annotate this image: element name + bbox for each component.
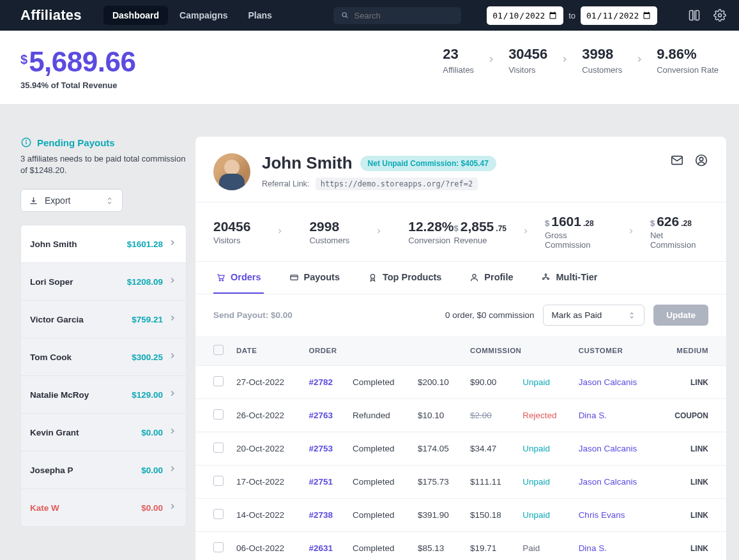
row-checkbox[interactable] (213, 476, 224, 486)
referral-label: Referral Link: (262, 179, 309, 188)
tab-profile[interactable]: Profile (467, 262, 515, 294)
search-field[interactable] (333, 7, 461, 24)
svg-point-15 (473, 274, 476, 277)
update-button[interactable]: Update (653, 305, 708, 326)
tab-top-products[interactable]: Top Products (365, 262, 444, 294)
select-all-checkbox[interactable] (213, 345, 224, 355)
chevron-right-icon (168, 464, 177, 476)
col-order: ORDER (302, 336, 464, 366)
chevron-right-icon (168, 314, 177, 325)
search-icon (341, 11, 349, 20)
chevron-right-icon (168, 427, 177, 438)
stat-label: Customers (582, 65, 622, 75)
referral-link-row: Referral Link: https://demo.storeapps.or… (262, 179, 659, 188)
cell-order-status: Refunded (346, 399, 411, 432)
nav-campaigns[interactable]: Campaigns (171, 6, 236, 25)
affiliate-row[interactable]: Tom Cook$300.25 (21, 338, 186, 375)
cell-commission-amount: $19.71 (464, 532, 516, 561)
user-icon[interactable] (694, 153, 708, 167)
affiliate-row[interactable]: Kevin Grant$0.00 (21, 413, 186, 451)
panel-actions (670, 153, 708, 167)
total-amount: 5,689.66 (29, 46, 135, 78)
chevron-right-icon (627, 226, 635, 238)
row-checkbox[interactable] (213, 409, 224, 420)
profile-name: John Smith (262, 153, 353, 173)
svg-point-0 (342, 13, 346, 17)
affiliate-name: Victor Garcia (30, 315, 84, 324)
customer-link[interactable]: Jason Calcanis (579, 377, 637, 387)
cell-order-amount: $391.90 (411, 499, 464, 532)
order-id-link[interactable]: #2753 (309, 444, 333, 453)
customer-link[interactable]: Dina S. (579, 543, 607, 553)
order-id-link[interactable]: #2763 (309, 411, 333, 420)
row-checkbox[interactable] (213, 443, 224, 453)
affiliate-row[interactable]: John Smith$1601.28 (21, 225, 186, 262)
affiliate-row[interactable]: Natalie McRoy$129.00 (21, 375, 186, 413)
commission-badge: Net Unpaid Commission: $405.47 (360, 156, 496, 171)
settings-icon[interactable] (713, 9, 726, 22)
customer-link[interactable]: Jason Calcanis (579, 477, 637, 487)
cart-icon (216, 273, 225, 282)
cell-order-status: Completed (346, 366, 411, 399)
order-id-link[interactable]: #2631 (309, 543, 333, 553)
stat-value: 23 (443, 46, 474, 63)
money-stat: $626.28Net Commission (650, 214, 708, 250)
cell-date: 20-Oct-2022 (230, 432, 302, 465)
referral-url[interactable]: https://demo.storeapps.org/?ref=2 (316, 178, 478, 190)
cell-commission-amount: $90.00 (464, 366, 516, 399)
svg-point-8 (696, 155, 707, 166)
nav-plans[interactable]: Plans (240, 6, 281, 25)
affiliate-name: Kevin Grant (30, 428, 79, 437)
tab-orders[interactable]: Orders (213, 262, 264, 294)
date-to[interactable] (581, 6, 657, 25)
row-checkbox[interactable] (213, 542, 224, 552)
cell-commission-amount: $111.11 (464, 465, 516, 499)
tab-bar: Orders Payouts Top Products Profile Mult… (195, 261, 726, 294)
mini-stat: 20456Visitors (213, 219, 250, 245)
order-row: 20-Oct-2022#2753Completed$174.05$34.47Un… (195, 432, 726, 465)
chevron-right-icon (375, 226, 383, 238)
search-input[interactable] (354, 11, 454, 20)
tab-payouts[interactable]: Payouts (287, 262, 342, 294)
orders-table: DATE ORDER COMMISSION CUSTOMER MEDIUM 27… (195, 336, 726, 560)
cell-order-status: Completed (346, 465, 411, 499)
stat-value: 3998 (582, 46, 622, 63)
avatar (213, 153, 250, 190)
svg-point-6 (26, 140, 27, 141)
order-id-link[interactable]: #2738 (309, 510, 333, 520)
mark-as-select[interactable]: Mark as Paid (543, 305, 644, 326)
mini-stats: 20456Visitors2998Customers12.28%Conversi… (195, 202, 726, 261)
customer-link[interactable]: Dina S. (579, 411, 607, 420)
money-stat: $2,855.75Revenue (454, 219, 507, 245)
affiliate-name: Kate W (30, 503, 59, 513)
customer-link[interactable]: Chris Evans (579, 510, 625, 520)
cell-order-status: Completed (346, 532, 411, 561)
pending-title: Pending Payouts (37, 137, 115, 148)
row-checkbox[interactable] (213, 509, 224, 519)
cell-date: 26-Oct-2022 (230, 399, 302, 432)
order-id-link[interactable]: #2782 (309, 377, 333, 387)
affiliate-amount: $0.00 (141, 503, 163, 513)
mail-icon[interactable] (670, 153, 684, 167)
tab-multi-tier[interactable]: Multi-Tier (538, 262, 600, 294)
summary-bar: $ 5,689.66 35.94% of Total Revenue 23Aff… (0, 31, 739, 105)
order-id-link[interactable]: #2751 (309, 477, 333, 487)
nav-dashboard[interactable]: Dashboard (103, 6, 168, 25)
affiliate-row[interactable]: Kate W$0.00 (21, 488, 186, 526)
customer-link[interactable]: Jason Calcanis (579, 444, 637, 453)
affiliate-row[interactable]: Victor Garcia$759.21 (21, 300, 186, 338)
stat-label: Conversion Rate (657, 65, 719, 75)
svg-point-10 (219, 279, 220, 280)
main-layout: Pending Payouts 3 affiliates needs to be… (0, 105, 739, 560)
affiliate-amount: $759.21 (132, 315, 163, 324)
total-revenue-block: $ 5,689.66 35.94% of Total Revenue (20, 46, 135, 90)
order-row: 17-Oct-2022#2751Completed$175.73$111.11U… (195, 465, 726, 499)
order-row: 14-Oct-2022#2738Completed$391.90$150.18U… (195, 499, 726, 532)
affiliate-row[interactable]: Josepha P$0.00 (21, 451, 186, 488)
date-from[interactable] (487, 6, 563, 25)
docs-icon[interactable] (688, 9, 701, 22)
export-button[interactable]: Export (20, 189, 123, 212)
row-checkbox[interactable] (213, 376, 224, 386)
affiliate-row[interactable]: Lori Soper$1208.09 (21, 262, 186, 300)
cell-order-amount: $174.05 (411, 432, 464, 465)
